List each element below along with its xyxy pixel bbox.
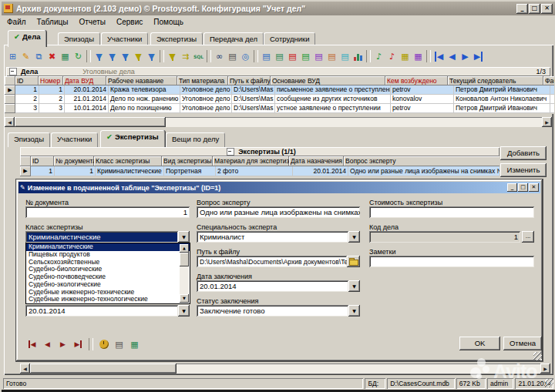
history-clock-icon[interactable] — [97, 338, 110, 350]
header-cell[interactable]: Рабочее название — [106, 76, 177, 85]
doc-edit-icon[interactable]: ▤ — [113, 338, 126, 350]
filter-clear-icon[interactable]: ▼ — [106, 50, 119, 62]
dropdown-item[interactable]: Криминалистические — [26, 243, 190, 251]
header-cell[interactable]: Дата назначения — [289, 156, 344, 166]
collapse-icon[interactable] — [9, 68, 17, 75]
dropdown-item[interactable]: Сельскохозяйственные — [26, 259, 190, 266]
notes-field[interactable] — [369, 256, 534, 267]
dropdown-item[interactable]: Судебно-почвоведческие — [26, 273, 190, 281]
record-last-icon[interactable]: ▶ — [72, 338, 85, 350]
header-cell[interactable]: № документа — [54, 156, 94, 166]
nav-first-icon[interactable]: ◀ — [432, 50, 446, 62]
minimize-button[interactable]: _ — [516, 4, 528, 14]
export-send-icon[interactable]: ▤ — [338, 50, 352, 62]
export-report-icon[interactable]: ▤ — [312, 50, 325, 62]
dropdown-arrow-icon[interactable]: ▼ — [178, 231, 190, 243]
menu-help[interactable]: Помощь — [148, 17, 189, 27]
file-path-field[interactable]: D:\Users\Masha\Documents\Архив документо… — [197, 256, 347, 267]
cost-field[interactable] — [369, 206, 534, 218]
export-word-icon[interactable]: ▤ — [299, 50, 312, 62]
scroll-down-icon[interactable]: ▼ — [180, 294, 189, 303]
export-html-icon[interactable]: ▤ — [260, 50, 273, 62]
record-prev-icon[interactable]: ◀ — [41, 338, 54, 350]
scroll-right-icon[interactable]: ▶ — [542, 117, 552, 127]
record-first-icon[interactable]: ◀ — [25, 338, 39, 350]
filter-tree-icon[interactable]: ⇉ — [179, 50, 192, 62]
menu-file[interactable]: Файл — [2, 17, 32, 27]
scroll-up-icon[interactable]: ▲ — [180, 244, 189, 253]
print-preview-icon[interactable]: ◎ — [239, 50, 252, 62]
dropdown-arrow-icon[interactable]: ▼ — [348, 231, 360, 243]
header-cell[interactable]: Основание ВУД — [271, 76, 385, 85]
add-button[interactable]: Добавить — [500, 146, 547, 160]
filter-saved-icon[interactable]: ▼ — [132, 50, 145, 62]
table-row[interactable]: ▶ 1 1 Криминалистические Портретная 2 фо… — [20, 166, 500, 176]
filter-edit-icon[interactable]: ▼ — [145, 50, 158, 62]
nav-prev-icon[interactable]: ◀ — [446, 50, 459, 62]
copy-record-icon[interactable]: ⧉ — [32, 50, 45, 62]
print-icon[interactable]: ▤ — [226, 50, 239, 62]
header-cell[interactable]: Дата ВУД — [63, 76, 106, 85]
header-cell[interactable]: ID — [15, 76, 39, 85]
history-log-icon[interactable]: ♪ — [385, 50, 399, 62]
dialog-minimize-button[interactable]: _ — [507, 183, 517, 192]
header-cell[interactable]: Фабула дела — [543, 76, 554, 85]
filter-quick-icon[interactable]: ▼ — [166, 50, 179, 62]
conclusion-date-combo[interactable]: 20.01.2014 ▼ — [197, 280, 360, 292]
conclusion-status-combo[interactable]: Заключение готово ▼ — [197, 305, 360, 317]
dialog-close-button[interactable]: ✕ — [529, 183, 539, 192]
collapse-icon[interactable] — [227, 148, 234, 156]
header-cell[interactable]: Текущий следователь — [448, 76, 543, 85]
specialty-combo[interactable]: Криминалист ▼ — [197, 231, 360, 243]
window-resize-grip[interactable] — [545, 379, 553, 387]
chart-icon[interactable] — [352, 50, 365, 62]
scroll-left-icon[interactable]: ◀ — [5, 117, 15, 127]
export-merge-icon[interactable]: ▤ — [325, 50, 338, 62]
calc-notes-icon[interactable]: ▦ — [128, 338, 141, 350]
header-cell[interactable]: Вопрос эксперту — [344, 156, 500, 166]
sql-filter-icon[interactable]: SQL — [192, 50, 205, 62]
export-excel-icon[interactable]: ▤ — [286, 50, 299, 62]
record-next-icon[interactable]: ▶ — [56, 338, 69, 350]
dropdown-arrow-icon[interactable]: ▼ — [178, 305, 190, 317]
dropdown-item[interactable]: Судебно-экологические — [26, 281, 190, 289]
header-cell[interactable]: Путь к файлу — [228, 76, 271, 85]
table-help-icon[interactable]: ▦ — [412, 50, 425, 62]
menu-reports[interactable]: Отчеты — [73, 17, 111, 27]
dropdown-arrow-icon[interactable]: ▼ — [348, 305, 360, 317]
export-xml-icon[interactable]: ▤ — [273, 50, 286, 62]
menu-service[interactable]: Сервис — [111, 17, 148, 27]
appointment-date-combo[interactable]: 20.01.2014 ▼ — [25, 305, 190, 317]
header-cell[interactable]: Тип материала — [177, 76, 228, 85]
dropdown-item[interactable]: Пищевых продуктов — [26, 251, 190, 259]
header-cell[interactable]: ID — [31, 156, 54, 166]
clear-table-icon[interactable]: ▦ — [59, 50, 72, 62]
close-button[interactable]: ✕ — [541, 4, 553, 14]
doc-number-field[interactable]: 1 — [25, 206, 190, 218]
dropdown-arrow-icon[interactable]: ▼ — [348, 280, 360, 292]
edit-record-icon[interactable]: ✎ — [19, 50, 32, 62]
dialog-resize-grip[interactable] — [533, 352, 542, 360]
scroll-thumb[interactable] — [30, 364, 177, 374]
delete-record-icon[interactable]: ✖ — [45, 50, 59, 62]
nav-next-icon[interactable]: ▶ — [459, 50, 472, 62]
table-row[interactable]: 3 3 10.01.2014 Дело по похищению Уголовн… — [5, 104, 554, 113]
dropdown-vscrollbar[interactable]: ▲ ▼ — [180, 244, 189, 303]
scroll-thumb[interactable] — [180, 253, 189, 266]
expertise-class-combo[interactable]: Криминалистические ▼ — [25, 231, 190, 243]
audit-log-icon[interactable]: ♪ — [372, 50, 385, 62]
subtab-expertises[interactable]: ✔Экспертизы — [100, 130, 165, 147]
dropdown-item[interactable]: Судебные инженерно-технические — [26, 289, 190, 297]
scroll-thumb[interactable] — [15, 117, 166, 127]
filter-apply-icon[interactable]: ▼ — [119, 50, 132, 62]
menu-tables[interactable]: Таблицы — [32, 17, 74, 27]
subform-hscrollbar[interactable]: ◀ ▶ — [20, 364, 550, 374]
dropdown-item[interactable]: Судебно-биологические — [26, 266, 190, 273]
header-cell[interactable]: Вид экспертизы — [162, 156, 213, 166]
edit-button[interactable]: Изменить — [500, 163, 547, 177]
case-code-lookup-button[interactable]: ... — [522, 231, 534, 243]
add-record-icon[interactable]: ⊞ — [6, 50, 19, 62]
cases-hscrollbar[interactable]: ◀ ▶ — [5, 117, 552, 127]
find-icon[interactable]: ∞ — [213, 50, 226, 62]
header-cell[interactable]: Класс экспертизы — [94, 156, 162, 166]
